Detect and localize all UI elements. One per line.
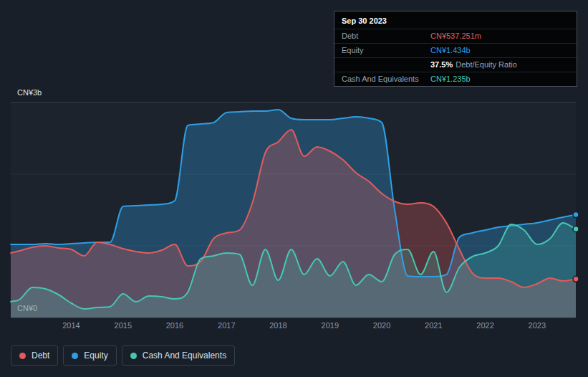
x-tick-label-2020: 2020 [373,321,390,330]
x-tick-label-2023: 2023 [529,321,546,330]
tooltip-row-label: Cash And Equivalents [342,75,430,83]
x-tick-label-2019: 2019 [322,321,339,330]
x-tick-label-2014: 2014 [62,321,79,330]
tooltip-date: Sep 30 2023 [334,11,577,29]
x-tick-label-2016: 2016 [166,321,183,330]
tooltip-row-ratio: 37.5%Debt/Equity Ratio [334,57,577,72]
tooltip-row-value: CN¥1.434b [430,46,471,54]
tooltip-row-label: Equity [342,46,430,54]
tooltip-ratio-caption: Debt/Equity Ratio [456,60,517,69]
tooltip-row-value: CN¥1.235b [430,75,471,83]
legend-item-cash-and-equivalents[interactable]: Cash And Equivalents [122,345,235,366]
tooltip-rows: DebtCN¥537.251mEquityCN¥1.434b37.5%Debt/… [334,29,577,86]
legend-label: Cash And Equivalents [143,350,226,361]
chart-legend: DebtEquityCash And Equivalents [11,345,235,366]
legend-label: Debt [32,350,49,361]
tooltip-row-value: CN¥537.251m [430,32,481,40]
equity-endpoint-marker [573,212,579,218]
legend-dot-cash-and-equivalents [130,353,137,359]
cash-and-equivalents-endpoint-marker [573,226,579,232]
x-tick-label-2021: 2021 [425,321,442,330]
x-tick-label-2018: 2018 [269,321,286,330]
legend-label: Equity [84,350,107,361]
chart-tooltip: Sep 30 2023 DebtCN¥537.251mEquityCN¥1.43… [334,11,577,87]
balance-sheet-history-panel: CN¥3b CN¥0 20142015201620172018201920202… [0,0,588,377]
tooltip-ratio-value: 37.5% [430,60,453,69]
tooltip-row-equity: EquityCN¥1.434b [334,43,577,57]
legend-item-equity[interactable]: Equity [63,345,116,366]
x-tick-label-2022: 2022 [476,321,493,330]
legend-item-debt[interactable]: Debt [11,345,58,366]
tooltip-row-debt: DebtCN¥537.251m [334,29,577,43]
debt-endpoint-marker [573,276,579,282]
tooltip-row-cash-and-equivalents: Cash And EquivalentsCN¥1.235b [334,72,577,86]
legend-dot-debt [19,353,26,359]
legend-dot-equity [72,353,78,359]
x-tick-label-2015: 2015 [115,321,132,330]
x-tick-label-2017: 2017 [218,321,235,330]
tooltip-row-label: Debt [342,32,430,40]
